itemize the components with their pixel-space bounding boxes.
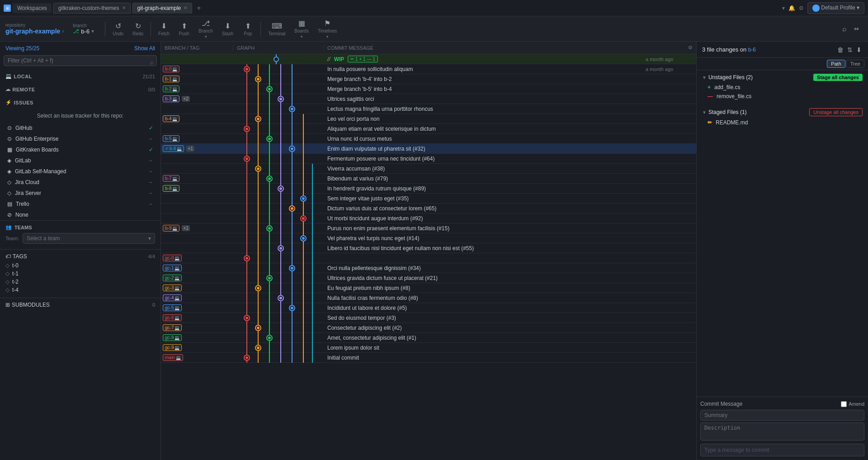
remove-file-icon: —: [708, 93, 713, 100]
branch-button[interactable]: ⎇ Branch ▾: [195, 17, 217, 41]
tracker-gitkraken-boards[interactable]: ▦ GitKraken Boards ✓: [0, 144, 160, 155]
gear-icon[interactable]: ⚙: [799, 5, 804, 11]
graph-row[interactable]: b-9 💻+1Purus non enim praesent elementum…: [161, 223, 696, 233]
fetch-button[interactable]: ⬇ Fetch: [155, 20, 173, 38]
tracker-trello[interactable]: ▤ Trello →: [0, 199, 160, 209]
profile-button[interactable]: Default Profile ▾: [807, 2, 864, 14]
graph-row[interactable]: b-8 💻In hendrerit gravida rutrum quisque…: [161, 184, 696, 194]
repo-name[interactable]: git-graph-example: [5, 28, 60, 35]
graph-row[interactable]: Fermentum posuere urna nec tincidunt (#6…: [161, 154, 696, 164]
graph-row[interactable]: gc-7 💻Consectetur adipiscing elit (#2): [161, 323, 696, 333]
unstaged-label: Unstaged Files (2): [708, 74, 753, 81]
undo-button[interactable]: ↺ Undo: [109, 20, 127, 38]
commit-message-area: Commit Message Amend: [697, 397, 868, 460]
pop-button[interactable]: ⬆ Pop: [239, 20, 257, 38]
close-icon[interactable]: ✕: [184, 5, 187, 10]
path-tab[interactable]: Path: [827, 60, 845, 68]
unstage-all-button[interactable]: Unstage all changes: [809, 108, 863, 116]
tracker-github-enterprise[interactable]: ⊙ GitHub Enterprise →: [0, 133, 160, 144]
graph-row[interactable]: Ut morbi tincidunt augue interdum (#92): [161, 213, 696, 223]
graph-row[interactable]: b-1 💻Merge branch 'b-4' into b-2: [161, 74, 696, 84]
tag-t0[interactable]: ◇ t-0: [5, 261, 155, 270]
wip-row[interactable]: // WIP ✏ 1 + 1 — 1 a month ago: [161, 54, 696, 64]
graph-row[interactable]: gc-2 💻Ultrices gravida dictum fusce ut p…: [161, 273, 696, 283]
file-remove-file-cs[interactable]: — remove_file.cs: [697, 92, 868, 101]
graph-row[interactable]: main 💻Initial commit: [161, 353, 696, 363]
show-all-button[interactable]: Show All: [134, 45, 155, 52]
tree-tab[interactable]: Tree: [846, 60, 864, 68]
graph-row[interactable]: gc-9 💻Lorem ipsum dolor sit: [161, 343, 696, 353]
tracker-left: ◈ GitLab Self-Managed: [7, 168, 66, 175]
tag-t4[interactable]: ◇ t-4: [5, 286, 155, 294]
amend-check-input[interactable]: [841, 401, 847, 407]
stage-all-button[interactable]: Stage all changes: [813, 74, 863, 81]
file-readme-md[interactable]: ✏ README.md: [697, 118, 868, 127]
bell-icon[interactable]: 🔔: [788, 5, 795, 11]
filter-input[interactable]: [4, 55, 157, 66]
remote-header[interactable]: ☁ REMOTE 0/0: [4, 85, 157, 94]
graph-row[interactable]: Sem integer vitae justo eget (#35): [161, 194, 696, 204]
graph-row[interactable]: Viverra accumsan (#38): [161, 164, 696, 174]
graph-row[interactable]: gc-3 💻Eu feugiat pretium nibh ipsum (#8): [161, 283, 696, 293]
tag-t1[interactable]: ◇ t-1: [5, 270, 155, 278]
file-add-file-cs[interactable]: + add_file.cs: [697, 83, 868, 92]
download-icon[interactable]: ⬇: [855, 45, 863, 54]
trash-icon[interactable]: 🗑: [836, 45, 844, 54]
tracker-jira-cloud[interactable]: ◇ Jira Cloud →: [0, 177, 160, 188]
graph-row[interactable]: gc-4 💻Nulla facilisi cras fermentum odio…: [161, 293, 696, 303]
workspaces-button[interactable]: Workspaces: [13, 3, 52, 13]
graph-row[interactable]: Dictum varius duis at consectetur lorem …: [161, 204, 696, 213]
graph-row[interactable]: gc-8 💻Amet, consectetur adipiscing elit …: [161, 333, 696, 343]
graph-row[interactable]: gc-5 💻Incididunt ut labore et dolore (#5…: [161, 303, 696, 313]
commit-message-input[interactable]: [700, 444, 864, 456]
graph-row[interactable]: b-5 💻Urna nunc id cursus metus: [161, 134, 696, 144]
add-tab-button[interactable]: +: [194, 4, 203, 12]
graph-row[interactable]: Libero id faucibus nisl tincidunt eget n…: [161, 243, 696, 253]
tracker-none[interactable]: ⊘ None: [0, 209, 160, 220]
graph-row[interactable]: ✓ b-6 💻+1Enim diam vulputate ut pharetra…: [161, 144, 696, 154]
sort-icon[interactable]: ⇅: [846, 45, 854, 54]
tracker-gitlab-self[interactable]: ◈ GitLab Self-Managed →: [0, 166, 160, 177]
graph-row[interactable]: b-2 💻Merge branch 'b-5' into b-4: [161, 84, 696, 94]
redo-button[interactable]: ↻ Redo: [129, 20, 147, 38]
push-button[interactable]: ⬆ Push: [175, 20, 193, 38]
graph-row[interactable]: Lectus magna fringilla urna porttitor rh…: [161, 104, 696, 114]
collapse-icon[interactable]: ▼: [702, 110, 707, 115]
layout-button[interactable]: ⇔: [850, 24, 863, 34]
tab-git-graph-example[interactable]: git-graph-example ✕: [132, 3, 193, 14]
settings-icon[interactable]: ⚙: [684, 45, 696, 51]
search-button[interactable]: ⌕: [842, 25, 847, 33]
svg-point-36: [291, 108, 293, 110]
graph-row[interactable]: Vel pharetra vel turpis nunc eget (#14): [161, 233, 696, 243]
graph-row[interactable]: gc-0 💻: [161, 253, 696, 263]
svg-point-148: [302, 237, 305, 240]
row-graph-visual: [233, 223, 324, 233]
graph-row[interactable]: b-3 💻+2Ultrices sagittis orci: [161, 94, 696, 104]
tracker-github[interactable]: ⊙ GitHub ✓: [0, 123, 160, 133]
team-selector[interactable]: Select a team ▾: [23, 233, 155, 244]
close-icon[interactable]: ✕: [122, 5, 126, 10]
tab-gitkraken-custom-themes[interactable]: gitkraken-custom-themes ✕: [53, 3, 131, 14]
commit-summary-input[interactable]: [700, 410, 864, 421]
local-header[interactable]: 💻 LOCAL 21/21: [4, 71, 157, 81]
dropdown-arrow-icon[interactable]: ▾: [782, 5, 785, 11]
graph-row[interactable]: b-0 💻In nulla posuere sollicitudin aliqu…: [161, 64, 696, 74]
boards-button[interactable]: ▦ Boards ▾: [291, 17, 312, 41]
graph-row[interactable]: b-4 💻Leo vel orci porta non: [161, 114, 696, 124]
graph-row[interactable]: Aliquam etiam erat velit scelerisque in …: [161, 124, 696, 134]
row-branch-label: b-4 💻: [161, 115, 233, 122]
timelines-button[interactable]: ⚑ Timelines ▾: [314, 17, 340, 41]
terminal-button[interactable]: ⌨ Terminal: [264, 20, 289, 38]
graph-row[interactable]: gc-1 💻Orci nulla pellentesque dignissim …: [161, 263, 696, 273]
graph-row[interactable]: gc-6 💻Sed do eiusmod tempor (#3): [161, 313, 696, 323]
amend-checkbox[interactable]: Amend: [841, 401, 864, 407]
issues-header[interactable]: ⚡ ISSUES: [4, 98, 157, 107]
collapse-icon[interactable]: ▼: [702, 75, 707, 80]
stash-button[interactable]: ⬇ Stash: [218, 20, 237, 38]
branch-name-display[interactable]: b-6: [81, 28, 90, 35]
tracker-gitlab[interactable]: ◈ GitLab →: [0, 155, 160, 166]
tracker-jira-server[interactable]: ◇ Jira Server →: [0, 188, 160, 199]
graph-row[interactable]: b-7 💻Bibendum at varius (#79): [161, 174, 696, 184]
tag-t2[interactable]: ◇ t-2: [5, 278, 155, 286]
commit-description-input[interactable]: [700, 422, 864, 441]
